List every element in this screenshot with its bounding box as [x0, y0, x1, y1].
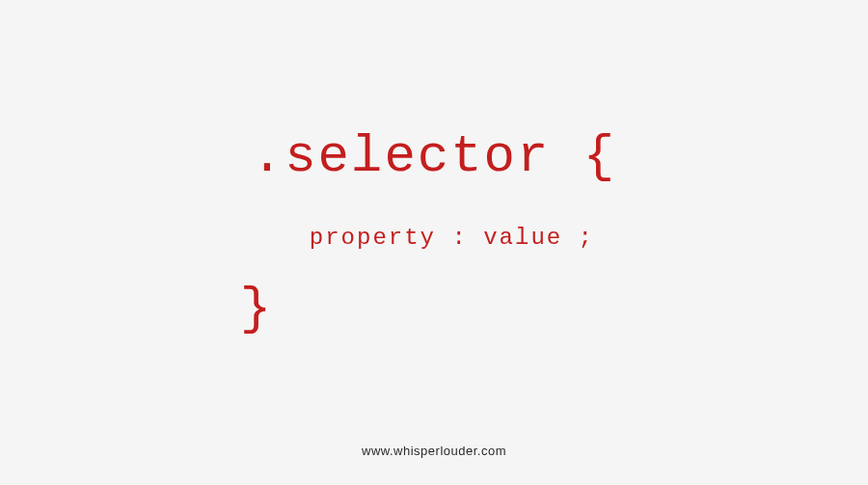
property-line: property : value ;	[310, 224, 616, 250]
css-syntax-illustration: .selector { property : value ; }	[252, 126, 616, 337]
close-brace: }	[240, 279, 616, 337]
footer-url: www.whisperlouder.com	[362, 444, 506, 458]
selector-line: .selector {	[252, 126, 616, 185]
